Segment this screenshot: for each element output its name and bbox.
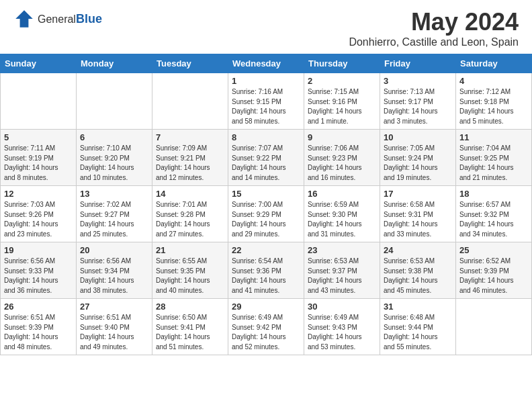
logo: General Blue [13, 8, 102, 30]
day-info: Sunrise: 6:56 AM Sunset: 9:33 PM Dayligh… [4, 257, 73, 295]
calendar-cell: 4Sunrise: 7:12 AM Sunset: 9:18 PM Daylig… [456, 73, 532, 130]
logo-blue-text: Blue [76, 12, 102, 26]
calendar-cell: 5Sunrise: 7:11 AM Sunset: 9:19 PM Daylig… [1, 130, 77, 186]
day-number: 8 [232, 132, 300, 142]
calendar-cell: 14Sunrise: 7:01 AM Sunset: 9:28 PM Dayli… [152, 186, 228, 242]
svg-marker-0 [15, 10, 33, 28]
day-number: 11 [459, 132, 528, 142]
calendar-cell: 27Sunrise: 6:51 AM Sunset: 9:40 PM Dayli… [77, 299, 152, 355]
logo-text: General Blue [38, 12, 102, 26]
page-container: General Blue May 2024 Donhierro, Castill… [0, 0, 532, 355]
day-info: Sunrise: 6:51 AM Sunset: 9:39 PM Dayligh… [4, 313, 73, 352]
day-number: 1 [232, 76, 300, 86]
calendar-cell: 13Sunrise: 7:02 AM Sunset: 9:27 PM Dayli… [77, 186, 152, 242]
day-info: Sunrise: 7:10 AM Sunset: 9:20 PM Dayligh… [80, 144, 148, 183]
day-info: Sunrise: 6:53 AM Sunset: 9:37 PM Dayligh… [308, 257, 376, 295]
day-number: 29 [232, 302, 300, 312]
calendar-cell: 19Sunrise: 6:56 AM Sunset: 9:33 PM Dayli… [1, 242, 77, 299]
day-number: 27 [80, 302, 148, 312]
day-header-thursday: Thursday [304, 54, 380, 73]
calendar-cell: 17Sunrise: 6:58 AM Sunset: 9:31 PM Dayli… [380, 186, 456, 242]
day-info: Sunrise: 7:15 AM Sunset: 9:16 PM Dayligh… [308, 87, 376, 126]
day-number: 15 [232, 189, 300, 199]
day-header-wednesday: Wednesday [228, 54, 304, 73]
day-number: 25 [459, 245, 528, 255]
day-header-saturday: Saturday [456, 54, 532, 73]
calendar-cell: 18Sunrise: 6:57 AM Sunset: 9:32 PM Dayli… [456, 186, 532, 242]
day-number: 10 [384, 132, 452, 142]
calendar-cell: 22Sunrise: 6:54 AM Sunset: 9:36 PM Dayli… [228, 242, 304, 299]
calendar-cell: 10Sunrise: 7:05 AM Sunset: 9:24 PM Dayli… [380, 130, 456, 186]
title-area: May 2024 Donhierro, Castille and Leon, S… [349, 8, 519, 48]
calendar-header-row: SundayMondayTuesdayWednesdayThursdayFrid… [1, 54, 532, 73]
day-number: 3 [384, 76, 452, 86]
day-info: Sunrise: 6:53 AM Sunset: 9:38 PM Dayligh… [384, 257, 452, 295]
calendar-cell: 24Sunrise: 6:53 AM Sunset: 9:38 PM Dayli… [380, 242, 456, 299]
day-number: 22 [232, 245, 300, 255]
day-number: 26 [4, 302, 73, 312]
calendar-cell: 16Sunrise: 6:59 AM Sunset: 9:30 PM Dayli… [304, 186, 380, 242]
day-number: 16 [308, 189, 376, 199]
day-number: 13 [80, 189, 148, 199]
day-number: 20 [80, 245, 148, 255]
calendar-cell: 12Sunrise: 7:03 AM Sunset: 9:26 PM Dayli… [1, 186, 77, 242]
day-info: Sunrise: 6:51 AM Sunset: 9:40 PM Dayligh… [80, 313, 148, 352]
calendar-table: SundayMondayTuesdayWednesdayThursdayFrid… [0, 54, 532, 355]
day-number: 9 [308, 132, 376, 142]
day-number: 14 [156, 189, 224, 199]
day-number: 23 [308, 245, 376, 255]
day-info: Sunrise: 6:54 AM Sunset: 9:36 PM Dayligh… [232, 257, 300, 295]
calendar-week-row: 5Sunrise: 7:11 AM Sunset: 9:19 PM Daylig… [1, 130, 532, 186]
calendar-cell: 23Sunrise: 6:53 AM Sunset: 9:37 PM Dayli… [304, 242, 380, 299]
calendar-week-row: 12Sunrise: 7:03 AM Sunset: 9:26 PM Dayli… [1, 186, 532, 242]
day-info: Sunrise: 7:13 AM Sunset: 9:17 PM Dayligh… [384, 87, 452, 126]
day-number: 30 [308, 302, 376, 312]
day-number: 28 [156, 302, 224, 312]
calendar-cell [456, 299, 532, 355]
day-info: Sunrise: 7:03 AM Sunset: 9:26 PM Dayligh… [4, 200, 73, 239]
day-info: Sunrise: 6:50 AM Sunset: 9:41 PM Dayligh… [156, 313, 224, 352]
day-number: 2 [308, 76, 376, 86]
calendar-cell: 21Sunrise: 6:55 AM Sunset: 9:35 PM Dayli… [152, 242, 228, 299]
calendar-cell: 31Sunrise: 6:48 AM Sunset: 9:44 PM Dayli… [380, 299, 456, 355]
calendar-cell: 8Sunrise: 7:07 AM Sunset: 9:22 PM Daylig… [228, 130, 304, 186]
day-info: Sunrise: 7:09 AM Sunset: 9:21 PM Dayligh… [156, 144, 224, 183]
day-info: Sunrise: 6:49 AM Sunset: 9:42 PM Dayligh… [232, 313, 300, 352]
day-info: Sunrise: 7:07 AM Sunset: 9:22 PM Dayligh… [232, 144, 300, 183]
day-info: Sunrise: 6:48 AM Sunset: 9:44 PM Dayligh… [384, 313, 452, 352]
day-info: Sunrise: 7:12 AM Sunset: 9:18 PM Dayligh… [459, 87, 528, 126]
day-number: 18 [459, 189, 528, 199]
day-number: 17 [384, 189, 452, 199]
logo-icon [13, 8, 35, 30]
calendar-cell: 25Sunrise: 6:52 AM Sunset: 9:39 PM Dayli… [456, 242, 532, 299]
calendar-cell: 7Sunrise: 7:09 AM Sunset: 9:21 PM Daylig… [152, 130, 228, 186]
calendar-cell: 3Sunrise: 7:13 AM Sunset: 9:17 PM Daylig… [380, 73, 456, 130]
day-header-tuesday: Tuesday [152, 54, 228, 73]
calendar-week-row: 19Sunrise: 6:56 AM Sunset: 9:33 PM Dayli… [1, 242, 532, 299]
calendar-week-row: 1Sunrise: 7:16 AM Sunset: 9:15 PM Daylig… [1, 73, 532, 130]
day-info: Sunrise: 7:00 AM Sunset: 9:29 PM Dayligh… [232, 200, 300, 239]
month-title: May 2024 [349, 8, 519, 36]
header: General Blue May 2024 Donhierro, Castill… [0, 0, 532, 54]
day-number: 7 [156, 132, 224, 142]
day-info: Sunrise: 6:49 AM Sunset: 9:43 PM Dayligh… [308, 313, 376, 352]
calendar-cell: 6Sunrise: 7:10 AM Sunset: 9:20 PM Daylig… [77, 130, 152, 186]
calendar-cell: 20Sunrise: 6:56 AM Sunset: 9:34 PM Dayli… [77, 242, 152, 299]
day-number: 4 [459, 76, 528, 86]
day-info: Sunrise: 7:04 AM Sunset: 9:25 PM Dayligh… [459, 144, 528, 183]
day-header-friday: Friday [380, 54, 456, 73]
day-info: Sunrise: 7:16 AM Sunset: 9:15 PM Dayligh… [232, 87, 300, 126]
day-number: 12 [4, 189, 73, 199]
calendar-cell: 30Sunrise: 6:49 AM Sunset: 9:43 PM Dayli… [304, 299, 380, 355]
calendar-cell: 2Sunrise: 7:15 AM Sunset: 9:16 PM Daylig… [304, 73, 380, 130]
day-header-monday: Monday [77, 54, 152, 73]
day-number: 21 [156, 245, 224, 255]
day-info: Sunrise: 6:57 AM Sunset: 9:32 PM Dayligh… [459, 200, 528, 239]
calendar-cell: 9Sunrise: 7:06 AM Sunset: 9:23 PM Daylig… [304, 130, 380, 186]
day-info: Sunrise: 7:02 AM Sunset: 9:27 PM Dayligh… [80, 200, 148, 239]
day-info: Sunrise: 6:59 AM Sunset: 9:30 PM Dayligh… [308, 200, 376, 239]
day-info: Sunrise: 7:01 AM Sunset: 9:28 PM Dayligh… [156, 200, 224, 239]
calendar-cell: 26Sunrise: 6:51 AM Sunset: 9:39 PM Dayli… [1, 299, 77, 355]
calendar-cell: 1Sunrise: 7:16 AM Sunset: 9:15 PM Daylig… [228, 73, 304, 130]
day-info: Sunrise: 6:52 AM Sunset: 9:39 PM Dayligh… [459, 257, 528, 295]
